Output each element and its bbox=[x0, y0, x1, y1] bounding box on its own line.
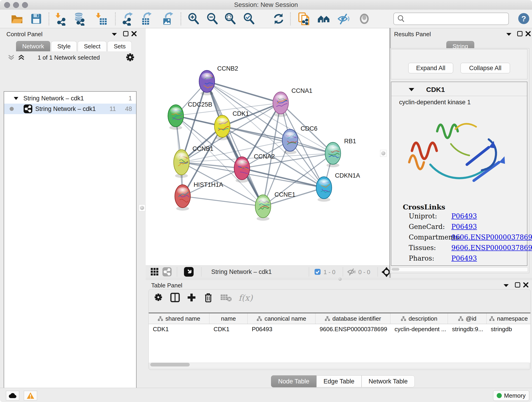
selected-nodes-checkbox[interactable] bbox=[314, 269, 321, 276]
table-horizontal-scrollbar[interactable] bbox=[150, 363, 529, 368]
cell-canonical-name[interactable]: P06493 bbox=[248, 324, 316, 334]
export-network-button[interactable] bbox=[121, 12, 135, 26]
crosslink-link[interactable]: P06493 bbox=[451, 212, 477, 220]
collapse-panel-icon[interactable] bbox=[110, 31, 118, 38]
crosslink-link[interactable]: 9606.ENSP00000378699 bbox=[451, 233, 532, 241]
cloud-button[interactable] bbox=[6, 391, 19, 400]
new-network-from-selection-button[interactable] bbox=[298, 12, 311, 26]
export-table-button[interactable] bbox=[140, 12, 153, 26]
collapse-panel-icon[interactable] bbox=[505, 31, 513, 38]
section-collapse-icon[interactable] bbox=[409, 88, 414, 91]
column-header: namespace bbox=[487, 313, 530, 324]
results-scrollbar-thumb[interactable] bbox=[392, 268, 399, 271]
tab-style[interactable]: Style bbox=[51, 41, 77, 51]
network-edge[interactable] bbox=[207, 81, 281, 103]
collapse-all-networks-icon[interactable] bbox=[8, 55, 15, 61]
control-panel-title: Control Panel bbox=[6, 31, 43, 38]
import-table-button[interactable] bbox=[94, 12, 108, 26]
cell-database-identifier[interactable]: 9606.ENSP00000378699 bbox=[316, 324, 390, 334]
collapse-panel-icon[interactable] bbox=[502, 282, 510, 289]
close-panel-icon[interactable] bbox=[524, 30, 532, 37]
export-image-button[interactable] bbox=[161, 12, 175, 26]
zoom-in-button[interactable] bbox=[186, 12, 200, 26]
network-node-cdkn1a[interactable] bbox=[316, 177, 334, 202]
scrollbar-thumb[interactable] bbox=[150, 363, 190, 366]
network-node-ccnb2[interactable] bbox=[199, 70, 217, 95]
tree-expand-icon[interactable] bbox=[14, 97, 18, 100]
network-node-ccne1[interactable] bbox=[255, 195, 272, 221]
network-node-rb1[interactable] bbox=[325, 142, 343, 167]
results-scrollbar[interactable] bbox=[391, 267, 528, 272]
network-tree: String Network – cdk1 1 String Network –… bbox=[4, 91, 137, 402]
delete-column-button[interactable] bbox=[204, 293, 214, 303]
hidden-items-eye-icon[interactable] bbox=[347, 268, 356, 277]
graphics-details-grid-icon[interactable] bbox=[150, 268, 159, 277]
tab-network[interactable]: Network bbox=[16, 41, 50, 51]
tab-network-table[interactable]: Network Table bbox=[361, 375, 415, 387]
warnings-button[interactable] bbox=[24, 391, 37, 400]
import-network-file-button[interactable] bbox=[54, 12, 68, 26]
open-folder-icon bbox=[10, 12, 24, 26]
help-button[interactable]: ? bbox=[518, 13, 529, 24]
memory-button[interactable]: Memory bbox=[493, 390, 529, 401]
tab-sets[interactable]: Sets bbox=[108, 41, 132, 51]
network-status-dot bbox=[10, 107, 14, 111]
expand-all-networks-icon[interactable] bbox=[18, 55, 25, 61]
zoom-selected-button[interactable] bbox=[242, 12, 256, 26]
show-columns-button[interactable] bbox=[170, 293, 180, 303]
tab-edge-table[interactable]: Edge Table bbox=[317, 375, 361, 387]
zoom-fit-button[interactable] bbox=[223, 12, 237, 26]
save-session-button[interactable] bbox=[29, 12, 43, 26]
table-options-gear-button[interactable] bbox=[154, 293, 164, 303]
table-row[interactable]: CDK1 CDK1 P06493 9606.ENSP00000378699 cy… bbox=[149, 324, 530, 334]
left-splitter-handle[interactable] bbox=[139, 204, 145, 211]
close-panel-icon[interactable] bbox=[522, 281, 530, 288]
open-in-window-icon[interactable] bbox=[184, 267, 194, 278]
cell-name[interactable]: CDK1 bbox=[209, 324, 248, 334]
network-canvas[interactable]: CCNB2CCNA1CDC25BCDK1CDC6RB1CCNB1CCNA2CDK… bbox=[146, 28, 389, 265]
network-edge[interactable] bbox=[183, 196, 263, 206]
tab-node-table[interactable]: Node Table bbox=[271, 375, 317, 387]
network-node-hist1h1a[interactable] bbox=[175, 185, 193, 211]
string-network-icon bbox=[23, 104, 32, 114]
gray-eye-icon bbox=[357, 12, 371, 26]
selected-count: 1 - 0 bbox=[323, 269, 336, 276]
function-builder-button-disabled: f(x) bbox=[239, 293, 253, 303]
cell-namespace[interactable]: stringdb bbox=[487, 324, 530, 334]
cell-description[interactable]: cyclin-dependent ... bbox=[390, 324, 448, 334]
protein-section-header[interactable]: CDK1 bbox=[391, 82, 527, 96]
eye-button[interactable] bbox=[357, 12, 371, 26]
network-collection-label: String Network – cdk1 bbox=[23, 95, 84, 102]
apply-layout-button[interactable] bbox=[272, 12, 285, 26]
collapse-all-button[interactable]: Collapse All bbox=[461, 63, 510, 73]
crosslink-link[interactable]: 9606.ENSP00000378699 bbox=[451, 244, 532, 252]
crosslink-link[interactable]: P06493 bbox=[451, 254, 477, 262]
float-panel-icon[interactable] bbox=[514, 281, 521, 288]
open-session-button[interactable] bbox=[10, 12, 24, 26]
expand-all-button[interactable]: Expand All bbox=[408, 63, 453, 73]
right-splitter-handle[interactable] bbox=[380, 150, 386, 157]
crosslink-link[interactable]: P06493 bbox=[451, 223, 477, 230]
float-panel-icon[interactable] bbox=[516, 30, 524, 37]
import-network-database-button[interactable] bbox=[73, 12, 87, 26]
network-collection-row[interactable]: String Network – cdk1 1 bbox=[4, 93, 136, 104]
node-label: CCNA2 bbox=[254, 153, 275, 160]
tab-select[interactable]: Select bbox=[78, 41, 107, 51]
zoom-out-button[interactable] bbox=[205, 12, 219, 26]
create-column-button[interactable] bbox=[187, 293, 197, 303]
import-network-icon bbox=[54, 12, 68, 26]
network-row-selected[interactable]: String Network – cdk1 11 48 bbox=[4, 104, 136, 114]
protein-structure-image bbox=[398, 107, 522, 201]
search-input[interactable] bbox=[406, 14, 508, 24]
delete-table-button-disabled bbox=[220, 293, 230, 303]
home-button[interactable] bbox=[317, 12, 331, 26]
network-row-label: String Network – cdk1 bbox=[35, 105, 96, 113]
float-panel-icon[interactable] bbox=[122, 30, 130, 37]
hide-graphics-details-button[interactable] bbox=[337, 12, 351, 26]
close-panel-icon[interactable] bbox=[130, 30, 138, 37]
string-style-toggle-icon[interactable] bbox=[162, 267, 172, 278]
cell-shared-name[interactable]: CDK1 bbox=[149, 324, 209, 334]
save-icon bbox=[29, 12, 43, 26]
cell-id[interactable]: stringdb:9... bbox=[448, 324, 487, 334]
network-options-gear-icon[interactable] bbox=[126, 53, 135, 63]
